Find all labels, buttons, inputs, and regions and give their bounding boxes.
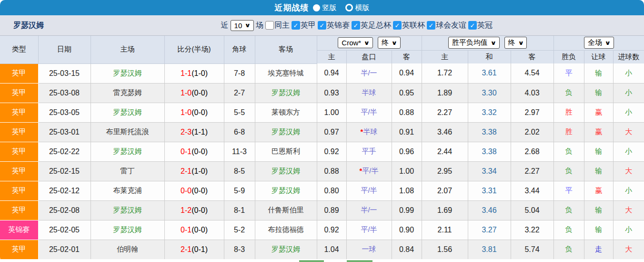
score-cell: 2-1(1-0) — [164, 161, 224, 181]
league-checkbox-1[interactable]: ✓ — [318, 21, 326, 30]
layout-radio-group: 竖版 横版 — [313, 3, 370, 12]
league-type-badge: 英甲 — [0, 200, 38, 220]
avg-away-odds: 3.22 — [511, 220, 553, 240]
fulltime-select[interactable]: 全场 ∨ — [584, 37, 614, 49]
handicap-cell: 半球 — [346, 83, 392, 103]
home-odds: 1.00 — [317, 103, 346, 122]
away-team-link[interactable]: 埃克塞特城 — [255, 63, 317, 83]
radio-vertical-selected-icon[interactable] — [313, 4, 320, 11]
corners: 8-5 — [224, 161, 255, 181]
subcol-odds-home: 主 — [317, 50, 346, 63]
home-team-link[interactable]: 罗瑟汉姆 — [91, 200, 164, 220]
corners: 6-8 — [224, 122, 255, 142]
handicap-line: 半/一 — [361, 69, 377, 77]
match-result: 负 — [553, 200, 584, 220]
league-label-0[interactable]: 英甲 — [301, 21, 316, 31]
away-team-link[interactable]: 罗瑟汉姆 — [255, 161, 317, 181]
results-table: 类型 日期 主场 比分(半场) 角球 客场 Crow* ∨ 终 ∨ — [0, 36, 644, 260]
bookmaker-select[interactable]: Crow* ∨ — [338, 37, 373, 48]
avg-home-odds: 1.69 — [422, 200, 468, 220]
same-home-checkbox[interactable] — [265, 21, 274, 30]
away-team-link[interactable]: 罗瑟汉姆 — [255, 240, 317, 259]
handicap-cell: *平/半 — [346, 161, 392, 181]
handicap-cell: 半/一 — [346, 63, 392, 83]
avg-home-odds: 2.07 — [422, 181, 468, 200]
away-team-link[interactable]: 布拉德福德 — [255, 220, 317, 240]
league-checkbox-0[interactable]: ✓ — [292, 21, 300, 30]
league-checkbox-5[interactable]: ✓ — [468, 21, 477, 30]
match-count-select[interactable]: 10 ∨ — [231, 20, 254, 31]
away-team-link[interactable]: 罗瑟汉姆 — [255, 122, 317, 142]
home-odds: 0.97 — [317, 122, 346, 142]
home-odds: 0.89 — [317, 200, 346, 220]
table-row: 英甲 25-03-05 罗瑟汉姆 1-0(0-0) 5-5 莱顿东方 1.00 … — [0, 103, 644, 122]
home-team-link[interactable]: 罗瑟汉姆 — [91, 103, 164, 122]
away-team-link[interactable]: 罗瑟汉姆 — [255, 181, 317, 200]
radio-horizontal-label[interactable]: 横版 — [355, 3, 370, 12]
filter-bar: 罗瑟汉姆 近 10 ∨ 场 同主 ✓ 英甲 ✓ 英锦赛 ✓ 英足总杯 — [0, 15, 644, 36]
home-team-link[interactable]: 罗瑟汉姆 — [91, 142, 164, 161]
match-date: 25-03-15 — [38, 63, 91, 83]
goals-result: 大 — [613, 122, 644, 142]
score-cell: 1-0(0-0) — [164, 83, 224, 103]
handicap-line: 半球 — [363, 127, 377, 136]
goals-result: 小 — [613, 181, 644, 200]
league-type-badge: 英甲 — [0, 161, 38, 181]
match-result: 负 — [553, 142, 584, 161]
score-cell: 1-2(0-0) — [164, 200, 224, 220]
radio-horizontal-icon[interactable] — [345, 4, 353, 11]
home-team-link[interactable]: 伯明翰 — [91, 240, 164, 259]
table-row: 英甲 25-02-12 布莱克浦 0-0(0-0) 5-9 罗瑟汉姆 0.80 … — [0, 181, 644, 200]
avg-away-odds: 4.54 — [511, 63, 553, 83]
handicap-line: 一球 — [362, 245, 376, 253]
league-label-2[interactable]: 英足总杯 — [361, 21, 391, 31]
league-checkbox-3[interactable]: ✓ — [393, 21, 402, 30]
score-cell: 0-0(0-0) — [164, 181, 224, 200]
home-team-link[interactable]: 雷克瑟姆 — [91, 83, 164, 103]
radio-vertical-label[interactable]: 竖版 — [322, 3, 337, 12]
corners: 8-1 — [224, 200, 255, 220]
odds-state-select[interactable]: 终 ∨ — [378, 37, 401, 49]
subcol-odds-handicap: 盘口 — [346, 50, 392, 63]
avg-home-odds: 1.89 — [422, 83, 468, 103]
near-label: 近 — [221, 21, 229, 31]
match-result: 负 — [553, 161, 584, 181]
avg-select[interactable]: 胜平负均值 ∨ — [448, 37, 500, 49]
handicap-result: 输 — [584, 200, 613, 220]
away-team-link[interactable]: 什鲁斯伯里 — [255, 200, 317, 220]
recent-results-widget: 近期战绩 竖版 横版 罗瑟汉姆 近 10 ∨ 场 同主 ✓ 英甲 — [0, 0, 644, 262]
home-team-link[interactable]: 布莱克浦 — [91, 181, 164, 200]
away-team-link[interactable]: 巴恩斯利 — [255, 142, 317, 161]
handicap-line: 半/一 — [361, 206, 377, 214]
subcol-avg-away: 客 — [511, 50, 553, 63]
home-team-link[interactable]: 布里斯托流浪 — [91, 122, 164, 142]
away-team-link[interactable]: 罗瑟汉姆 — [255, 83, 317, 103]
league-label-3[interactable]: 英联杯 — [402, 21, 425, 31]
chevron-down-icon: ∨ — [604, 40, 611, 46]
match-result: 胜 — [553, 103, 584, 122]
home-team-link[interactable]: 雷丁 — [91, 161, 164, 181]
away-odds: 0.91 — [392, 122, 422, 142]
away-team-link[interactable]: 莱顿东方 — [255, 103, 317, 122]
goals-result: 小 — [613, 83, 644, 103]
league-checkbox-4[interactable]: ✓ — [427, 21, 435, 30]
avg-away-odds: 4.03 — [511, 83, 553, 103]
match-date: 25-03-08 — [38, 83, 91, 103]
check-icon: ✓ — [470, 22, 475, 29]
handicap-result: 输 — [584, 161, 613, 181]
halftime-score: (0-0) — [191, 206, 208, 214]
league-checkbox-2[interactable]: ✓ — [352, 21, 360, 30]
league-label-1[interactable]: 英锦赛 — [327, 21, 350, 31]
league-label-5[interactable]: 英冠 — [477, 21, 493, 31]
league-label-4[interactable]: 球会友谊 — [436, 21, 466, 31]
home-team-link[interactable]: 罗瑟汉姆 — [91, 63, 164, 83]
fulltime-score: 1-1 — [181, 69, 191, 77]
avg-state-select[interactable]: 终 ∨ — [504, 37, 527, 49]
match-result: 胜 — [553, 122, 584, 142]
avg-home-odds: 2.44 — [422, 142, 468, 161]
goals-result: 小 — [613, 63, 644, 83]
score-cell: 2-1(0-1) — [164, 240, 224, 259]
table-row: 英甲 25-02-15 雷丁 2-1(1-0) 8-5 罗瑟汉姆 0.88 *平… — [0, 161, 644, 181]
home-team-link[interactable]: 罗瑟汉姆 — [91, 220, 164, 240]
same-home-label[interactable]: 同主 — [274, 21, 290, 31]
